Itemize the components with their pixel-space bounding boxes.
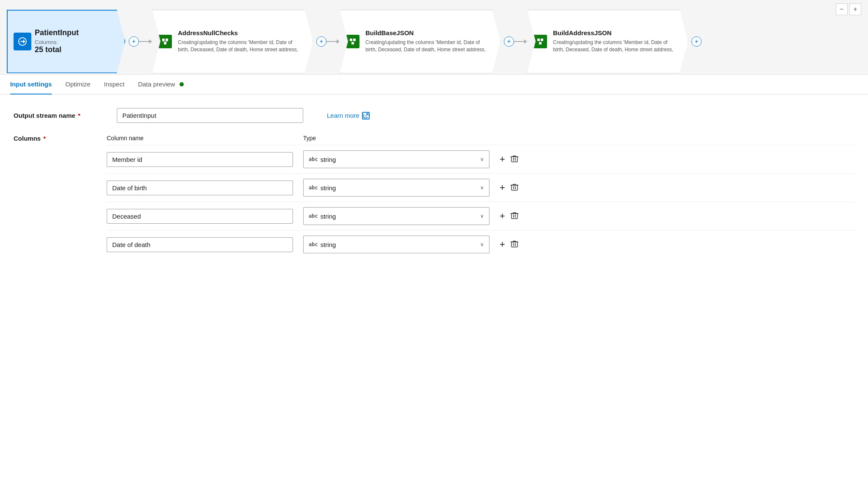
col-name-input-deceased[interactable]: [107, 209, 293, 224]
col-type-select-date-of-death[interactable]: abc string ∨: [303, 236, 489, 253]
svg-rect-10: [511, 157, 517, 162]
svg-rect-5: [353, 39, 356, 41]
pipeline-card-build-base[interactable]: BuildBaseJSON Creating/updating the colu…: [340, 10, 500, 73]
svg-rect-7: [537, 39, 540, 41]
chevron-down-dob: ∨: [480, 185, 484, 191]
delete-column-dob[interactable]: [510, 183, 519, 193]
node-3-desc: Creating/updating the columns 'Member id…: [365, 39, 492, 53]
output-stream-name-row: Output stream name * Learn more: [14, 108, 854, 123]
learn-more-link[interactable]: Learn more: [327, 112, 370, 119]
connector-3: [514, 39, 527, 44]
connector-2: [326, 39, 340, 44]
add-column-after-dob[interactable]: +: [500, 183, 505, 192]
col-type-select-member-id[interactable]: abc string ∨: [303, 150, 489, 168]
pipeline-card-build-address[interactable]: BuildAddressJSON Creating/updating the c…: [527, 10, 688, 73]
svg-rect-8: [541, 39, 543, 41]
add-node-after-address-null[interactable]: +: [316, 36, 326, 47]
tab-input-settings[interactable]: Input settings: [10, 75, 52, 94]
add-node-after-patient-input[interactable]: +: [129, 36, 139, 47]
chevron-down-dod: ∨: [480, 242, 484, 247]
add-column-after-member-id[interactable]: +: [500, 155, 505, 164]
output-stream-name-input[interactable]: [117, 108, 303, 123]
svg-rect-3: [164, 42, 166, 44]
required-star-1: *: [76, 112, 80, 119]
columns-table-header: Column name Type: [107, 135, 854, 142]
add-node-after-build-address[interactable]: +: [691, 36, 702, 47]
pipeline-zoom-controls: − +: [836, 3, 861, 15]
col-actions-dod: +: [500, 240, 519, 250]
delete-column-dod[interactable]: [510, 240, 519, 250]
add-column-after-dod[interactable]: +: [500, 240, 505, 249]
columns-section: Columns * Column name Type abc string ∨: [14, 135, 854, 258]
col-type-select-date-of-birth[interactable]: abc string ∨: [303, 179, 489, 197]
type-prefix-member-id: abc: [309, 156, 318, 162]
col-name-input-member-id[interactable]: [107, 152, 293, 167]
type-text-dod: string: [321, 241, 480, 248]
node-2-title: AddressNullChecks: [178, 29, 304, 36]
column-row-deceased: abc string ∨ +: [107, 202, 854, 225]
type-prefix-dod: abc: [309, 242, 318, 247]
zoom-in-button[interactable]: +: [849, 3, 861, 15]
col-actions-deceased: +: [500, 211, 519, 221]
svg-rect-9: [539, 42, 542, 44]
pipeline-card-patient-input[interactable]: PatientInput Columns: 25 total: [7, 10, 125, 73]
learn-more-text: Learn more: [327, 112, 359, 119]
pipeline-node-patient-input[interactable]: PatientInput Columns: 25 total +: [7, 10, 139, 73]
external-link-icon: [362, 112, 370, 119]
col-actions-dob: +: [500, 183, 519, 193]
column-row-member-id: abc string ∨ +: [107, 145, 854, 168]
col-header-name: Column name: [107, 135, 293, 142]
svg-rect-2: [166, 39, 168, 41]
node-4-title: BuildAddressJSON: [553, 29, 679, 36]
green-icon-2: [346, 35, 359, 48]
columns-header-row: Columns * Column name Type abc string ∨: [14, 135, 854, 258]
svg-rect-6: [351, 42, 354, 44]
delete-column-deceased[interactable]: [510, 211, 519, 221]
node-4-desc: Creating/updating the columns 'Member id…: [553, 39, 679, 53]
node-value: 25 total: [35, 45, 116, 54]
data-preview-dot: [180, 82, 184, 86]
delete-column-member-id[interactable]: [510, 155, 519, 164]
type-text-deceased: string: [321, 213, 480, 220]
tab-inspect[interactable]: Inspect: [104, 75, 124, 94]
connector-1: [139, 39, 152, 44]
svg-rect-4: [350, 39, 352, 41]
tabs-bar: Input settings Optimize Inspect Data pre…: [0, 75, 868, 94]
svg-rect-13: [511, 242, 517, 247]
type-text-member-id: string: [321, 156, 480, 163]
required-star-2: *: [41, 135, 46, 142]
output-stream-name-label: Output stream name *: [14, 112, 107, 119]
svg-rect-1: [162, 39, 165, 41]
add-node-after-build-base[interactable]: +: [504, 36, 514, 47]
node-2-desc: Creating/updating the columns 'Member id…: [178, 39, 304, 53]
green-icon-3: [534, 35, 547, 48]
type-prefix-dob: abc: [309, 185, 318, 191]
col-header-type: Type: [303, 135, 489, 142]
add-column-after-deceased[interactable]: +: [500, 211, 505, 221]
type-prefix-deceased: abc: [309, 213, 318, 219]
chevron-down-member-id: ∨: [480, 156, 484, 162]
pipeline-card-address-null[interactable]: AddressNullChecks Creating/updating the …: [152, 10, 313, 73]
svg-rect-11: [511, 185, 517, 190]
tab-optimize[interactable]: Optimize: [65, 75, 90, 94]
pipeline-node-build-base[interactable]: BuildBaseJSON Creating/updating the colu…: [340, 10, 514, 73]
col-actions-member-id: +: [500, 155, 519, 164]
pipeline-header: PatientInput Columns: 25 total +: [0, 0, 868, 75]
pipeline-node-build-address[interactable]: BuildAddressJSON Creating/updating the c…: [527, 10, 702, 73]
col-type-select-deceased[interactable]: abc string ∨: [303, 207, 489, 225]
zoom-out-button[interactable]: −: [836, 3, 848, 15]
tab-data-preview[interactable]: Data preview: [138, 75, 184, 94]
column-row-date-of-birth: abc string ∨ +: [107, 173, 854, 197]
columns-label: Columns *: [14, 135, 107, 142]
main-content: Output stream name * Learn more Columns …: [0, 94, 868, 277]
green-icon-1: [158, 35, 172, 48]
pipeline-node-address-null[interactable]: AddressNullChecks Creating/updating the …: [152, 10, 326, 73]
chevron-down-deceased: ∨: [480, 213, 484, 219]
col-name-input-date-of-birth[interactable]: [107, 180, 293, 195]
node-title: PatientInput: [35, 28, 116, 37]
col-name-input-date-of-death[interactable]: [107, 237, 293, 252]
node-subtitle: Columns:: [35, 39, 116, 45]
pipeline-icon-input: [14, 33, 31, 50]
column-row-date-of-death: abc string ∨ +: [107, 230, 854, 253]
type-text-dob: string: [321, 184, 480, 192]
